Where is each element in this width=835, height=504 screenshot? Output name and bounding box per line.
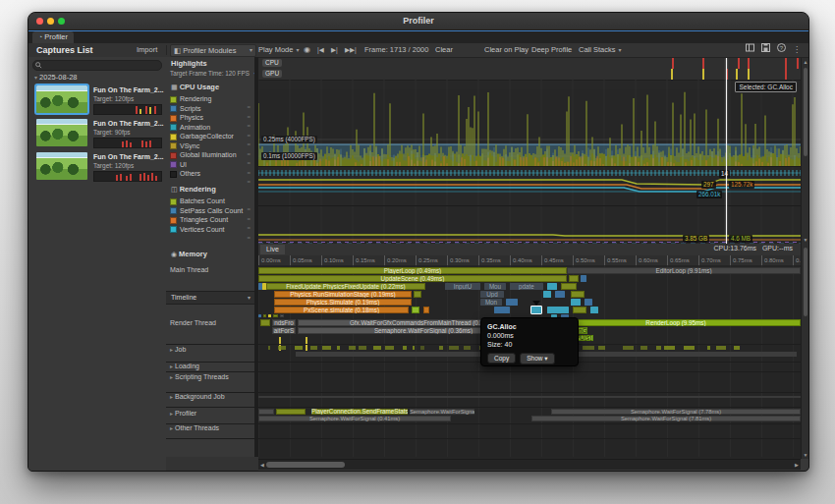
timeline-span[interactable]: PlayerConnection.SendFrameStatsData (0.0 [311, 409, 408, 415]
disclosure-icon[interactable]: ▸ [170, 374, 173, 380]
timeline-span[interactable] [263, 314, 266, 317]
profiler-modules-dropdown[interactable]: ◧ Profiler Modules▾ [170, 44, 256, 57]
timeline-span[interactable] [590, 307, 598, 313]
thread-row-loading[interactable]: ▸Loading [170, 363, 199, 369]
timeline-span[interactable] [494, 307, 510, 313]
timeline-span[interactable] [423, 307, 429, 313]
legend-item-triangles-count[interactable]: Triangles Count= [170, 215, 252, 224]
legend-item-ui[interactable]: UI= [170, 160, 252, 169]
timeline-span[interactable] [561, 283, 577, 290]
timeline-span[interactable] [273, 314, 278, 317]
frame-marker[interactable] [702, 58, 704, 69]
clear-button[interactable]: Clear [431, 43, 457, 57]
timeline-span[interactable] [571, 291, 584, 298]
capture-thumbnail[interactable] [36, 119, 87, 146]
disclosure-icon[interactable]: ▸ [170, 394, 173, 400]
play-mode-dropdown[interactable]: Play Mode▾ [258, 43, 299, 57]
timeline-span[interactable]: Semaphore.WaitForSignal (7.78ms) [551, 409, 801, 415]
timeline-span[interactable] [543, 291, 551, 298]
timeline-span[interactable] [268, 314, 271, 317]
frame-marker[interactable] [671, 69, 673, 80]
memory-chart[interactable] [258, 205, 801, 244]
scroll-left-icon[interactable]: ◀ [258, 460, 266, 470]
timeline-span[interactable]: Physics.Simulate (0.19ms) [274, 299, 412, 306]
legend-item-vsync[interactable]: VSync= [170, 141, 252, 150]
charts-area[interactable]: CPU GPU 0.25ms (4000FPS) 0.1ms (10000FPS… [258, 58, 801, 244]
tab-profiler[interactable]: ◔Profiler [32, 31, 74, 43]
capture-item[interactable]: Fun On The Farm_2...Target: 120fps [28, 150, 166, 184]
timeline-span[interactable] [280, 314, 284, 317]
timeline-span[interactable] [258, 409, 274, 415]
search-input[interactable] [32, 60, 162, 71]
next-frame-icon[interactable]: ▶| [331, 43, 338, 57]
frame-marker[interactable] [785, 69, 787, 80]
timeline-span[interactable] [555, 291, 565, 298]
legend-item-vertices-count[interactable]: Vertices Count= [170, 225, 252, 234]
save-icon[interactable] [761, 43, 770, 57]
frame-marker[interactable] [785, 58, 787, 69]
scrollbar-thumb[interactable] [266, 462, 345, 468]
timeline-span[interactable]: Upd [480, 291, 504, 298]
drag-handle-icon[interactable]: = [247, 234, 250, 243]
timeline-span[interactable] [531, 307, 541, 313]
legend-item-garbagecollector[interactable]: GarbageCollector= [170, 132, 252, 140]
frame-marker[interactable] [702, 69, 704, 80]
timeline-span[interactable]: UpdateScene (0.49ms) [258, 275, 567, 282]
timeline-span[interactable] [569, 275, 579, 282]
timeline-span[interactable]: ndsFro [272, 319, 296, 326]
thread-row-background-job[interactable]: ▸Background Job [170, 393, 225, 400]
timeline-span[interactable]: Mon [480, 299, 502, 306]
timeline-span[interactable] [276, 409, 306, 415]
copy-button[interactable]: Copy [487, 353, 516, 364]
charts-scrollbar[interactable]: ▲ ▼ [801, 58, 809, 244]
timeline-span[interactable]: Semaphore.WaitForSignal (7.81ms) [531, 416, 801, 421]
timeline-span[interactable] [547, 283, 557, 290]
frame-marker[interactable] [738, 58, 740, 69]
call-stacks-dropdown[interactable]: Call Stacks▾ [575, 43, 626, 57]
timeline-span[interactable]: aitForS [272, 327, 296, 334]
disclosure-icon[interactable]: ▸ [170, 411, 173, 417]
timeline-span[interactable]: FixedUpdate.PhysicsFixedUpdate (0.22ms) [266, 283, 425, 290]
thread-row-job[interactable]: ▸Job [170, 346, 186, 353]
timeline-span[interactable] [571, 299, 581, 306]
capture-item[interactable]: Fun On The Farm_2...Target: 120fps [28, 84, 166, 117]
timeline-span[interactable]: RenderLoop (9.95ms) [551, 319, 801, 326]
timeline-span[interactable] [506, 299, 518, 306]
import-button[interactable]: Import [137, 43, 157, 57]
legend-item-batches-count[interactable]: Batches Count= [170, 196, 252, 205]
scrollbar-thumb[interactable] [804, 68, 807, 156]
frame-marker[interactable] [797, 58, 799, 69]
timeline-span[interactable] [260, 319, 270, 326]
cpu-usage-chart[interactable] [258, 80, 801, 170]
timeline-span[interactable]: Mou [484, 283, 506, 290]
legend-item-setpass-calls-count[interactable]: SetPass Calls Count= [170, 206, 252, 215]
timeline-span[interactable]: Physics.RunSimulationStage (0.19ms) [274, 291, 412, 298]
frame-playhead[interactable] [726, 58, 727, 244]
scrollbar-thumb[interactable] [804, 248, 807, 316]
clear-on-play-button[interactable]: Clear on Play [480, 43, 532, 57]
frame-marker[interactable] [748, 69, 750, 80]
deep-profile-button[interactable]: Deep Profile [528, 43, 576, 57]
titlebar[interactable]: Profiler [28, 13, 808, 30]
timeline-span[interactable] [547, 307, 569, 313]
legend-item-global-illumination[interactable]: Global Illumination= [170, 150, 252, 159]
frame-marker[interactable] [748, 58, 750, 69]
timeline-view-dropdown[interactable]: Timeline ▾ [166, 291, 258, 305]
current-frame-icon[interactable]: ▶▶| [345, 43, 357, 57]
columns-icon[interactable] [746, 43, 754, 57]
timeline-hscrollbar[interactable]: ◀ ▶ [258, 459, 801, 470]
scroll-down-icon[interactable]: ▼ [802, 237, 809, 243]
timeline-span[interactable] [412, 307, 419, 313]
legend-item-others[interactable]: Others= [170, 169, 252, 178]
timeline-span[interactable]: pdate [510, 283, 543, 290]
live-badge[interactable]: Live [260, 245, 285, 254]
timeline-span[interactable] [258, 314, 261, 317]
disclosure-icon[interactable]: ▸ [170, 425, 173, 431]
disclosure-icon[interactable]: ▸ [170, 364, 173, 369]
timeline-span[interactable]: Semaphore.WaitForSignal (0.13ms) [410, 409, 474, 415]
frame-marker[interactable] [672, 58, 674, 69]
scroll-up-icon[interactable]: ▲ [802, 59, 809, 65]
capture-thumbnail[interactable] [36, 85, 87, 113]
timeline-scrollbar[interactable]: ▼ [801, 244, 809, 459]
kebab-menu-icon[interactable]: ⋮ [793, 43, 801, 57]
